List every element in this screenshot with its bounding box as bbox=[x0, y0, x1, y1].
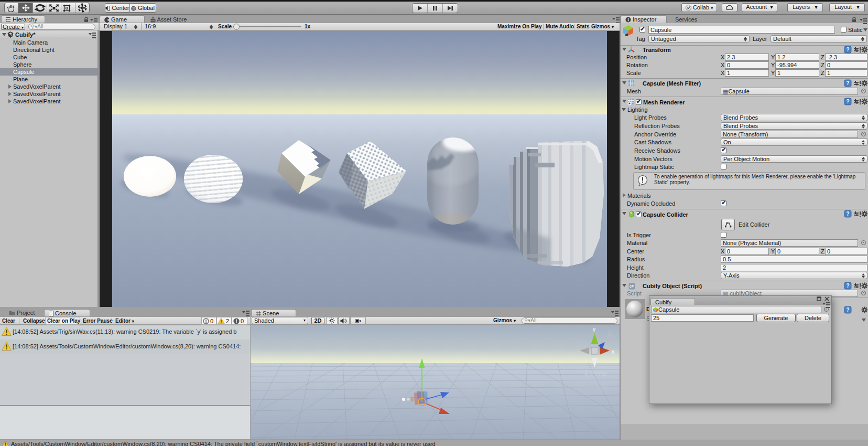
svg-text:x: x bbox=[612, 349, 614, 355]
svg-text:❮ Persp: ❮ Persp bbox=[584, 370, 607, 377]
svg-text:y: y bbox=[593, 326, 595, 332]
svg-text:c#: c# bbox=[630, 284, 634, 288]
